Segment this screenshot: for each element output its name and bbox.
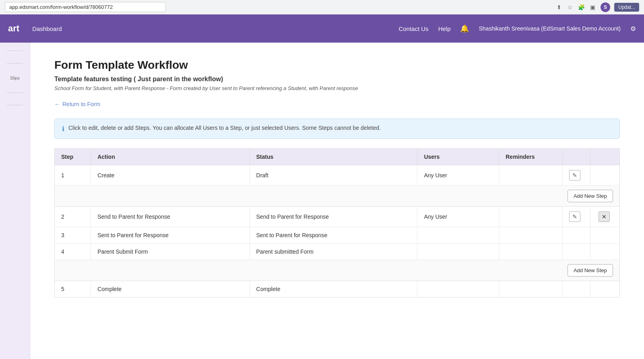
contact-us-link[interactable]: Contact Us: [398, 25, 428, 32]
step-delete-cell: ✕: [590, 207, 619, 227]
add-step-row-1: Add New Step: [55, 186, 620, 207]
step-users: Any User: [417, 207, 499, 227]
nav-right: Contact Us Help 🔔 Shashikanth Sreenivasa…: [398, 24, 636, 33]
table-row: 2 Send to Parent for Response Send to Pa…: [55, 207, 620, 227]
step-number: 3: [55, 227, 91, 244]
step-users: [417, 244, 499, 260]
share-icon[interactable]: ⬆: [555, 4, 563, 11]
step-number: 1: [55, 165, 91, 186]
dashboard-nav-item[interactable]: Dashboard: [27, 22, 66, 35]
url-bar[interactable]: app.edsmart.com/form-workflow/d/78060772: [5, 2, 166, 12]
step-status: Sent to Parent for Response: [250, 227, 417, 244]
step-number: 5: [55, 281, 91, 297]
step-delete-cell: [590, 244, 619, 260]
step-delete-cell: [590, 165, 619, 186]
step-status: Complete: [250, 281, 417, 297]
col-header-action: Action: [91, 149, 250, 165]
info-box: ℹ Click to edit, delete or add Steps. Yo…: [54, 119, 620, 139]
main-content: Form Template Workflow Template features…: [30, 43, 644, 359]
template-name: Template features testing ( Just parent …: [54, 76, 620, 83]
step-users: [417, 227, 499, 244]
table-row: 4 Parent Submit Form Parent submitted Fo…: [55, 244, 620, 260]
col-header-status: Status: [250, 149, 417, 165]
app-layout: Slips Form Template Workflow Template fe…: [0, 43, 644, 359]
col-header-edit: [562, 149, 590, 165]
extensions-icon[interactable]: 🧩: [578, 4, 585, 11]
sidebar-icon[interactable]: ▣: [589, 4, 597, 11]
col-header-users: Users: [417, 149, 499, 165]
return-to-form-link[interactable]: ← Return to Form: [54, 101, 100, 107]
delete-step-button[interactable]: ✕: [599, 211, 610, 222]
sidebar-divider-3: [7, 92, 23, 93]
sidebar: Slips: [0, 43, 30, 359]
info-message: Click to edit, delete or add Steps. You …: [68, 125, 381, 131]
step-reminders: [499, 207, 563, 227]
step-action: Create: [91, 165, 250, 186]
step-reminders: [499, 165, 563, 186]
arrow-left-icon: ←: [54, 101, 60, 107]
step-action: Sent to Parent for Response: [91, 227, 250, 244]
table-row: 1 Create Draft Any User ✎: [55, 165, 620, 186]
step-number: 4: [55, 244, 91, 260]
step-reminders: [499, 281, 563, 297]
col-header-delete: [590, 149, 619, 165]
step-edit-cell: [562, 244, 590, 260]
notifications-bell-icon[interactable]: 🔔: [460, 24, 469, 33]
logo: art: [8, 23, 19, 34]
step-edit-cell: [562, 281, 590, 297]
browser-bar: app.edsmart.com/form-workflow/d/78060772…: [0, 0, 644, 14]
settings-gear-icon[interactable]: ⚙: [630, 25, 636, 33]
step-edit-cell: [562, 227, 590, 244]
info-circle-icon: ℹ: [62, 125, 64, 133]
step-action: Complete: [91, 281, 250, 297]
step-reminders: [499, 227, 563, 244]
user-avatar[interactable]: S: [601, 2, 610, 12]
browser-icons: ⬆ ☆ 🧩 ▣ S Updat...: [555, 2, 639, 12]
step-edit-cell: ✎: [562, 165, 590, 186]
edit-step-button[interactable]: ✎: [569, 211, 580, 222]
table-row: 3 Sent to Parent for Response Sent to Pa…: [55, 227, 620, 244]
edit-step-button[interactable]: ✎: [569, 170, 580, 181]
page-title: Form Template Workflow: [54, 59, 620, 72]
add-new-step-button-2[interactable]: Add New Step: [568, 264, 613, 277]
add-step-cell-1: Add New Step: [55, 186, 620, 207]
step-status: Send to Parent for Response: [250, 207, 417, 227]
step-reminders: [499, 244, 563, 260]
step-status: Draft: [250, 165, 417, 186]
step-delete-cell: [590, 227, 619, 244]
sidebar-divider-2: [7, 63, 23, 64]
col-header-step: Step: [55, 149, 91, 165]
step-users: Any User: [417, 165, 499, 186]
help-link[interactable]: Help: [438, 25, 451, 32]
col-header-reminders: Reminders: [499, 149, 563, 165]
template-description: School Form for Student, with Parent Res…: [54, 85, 620, 91]
step-delete-cell: [590, 281, 619, 297]
sidebar-divider-4: [7, 105, 23, 105]
sidebar-divider-1: [7, 51, 23, 51]
step-number: 2: [55, 207, 91, 227]
step-users: [417, 281, 499, 297]
sidebar-item-slips[interactable]: Slips: [10, 76, 20, 80]
workflow-table: Step Action Status Users Reminders 1 Cre…: [54, 148, 620, 297]
step-action: Send to Parent for Response: [91, 207, 250, 227]
table-row: 5 Complete Complete: [55, 281, 620, 297]
return-to-form-label: Return to Form: [62, 101, 100, 107]
bookmark-icon[interactable]: ☆: [567, 4, 574, 11]
add-new-step-button-1[interactable]: Add New Step: [568, 190, 613, 202]
step-edit-cell: ✎: [562, 207, 590, 227]
top-nav: art Dashboard Contact Us Help 🔔 Shashika…: [0, 14, 644, 43]
step-status: Parent submitted Form: [250, 244, 417, 260]
table-header-row: Step Action Status Users Reminders: [55, 149, 620, 165]
step-action: Parent Submit Form: [91, 244, 250, 260]
add-step-row-2: Add New Step: [55, 260, 620, 281]
update-button[interactable]: Updat...: [614, 3, 639, 12]
user-account-label[interactable]: Shashikanth Sreenivasa (EdSmart Sales De…: [479, 25, 621, 32]
add-step-cell-2: Add New Step: [55, 260, 620, 281]
